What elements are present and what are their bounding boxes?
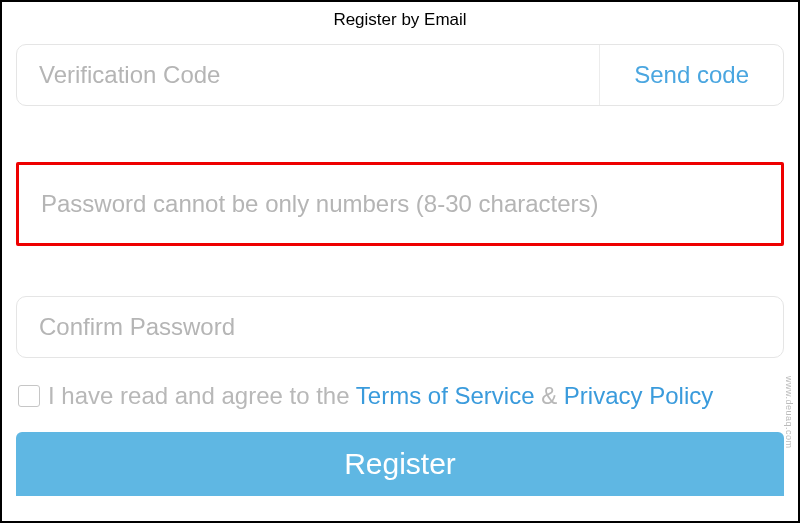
register-button[interactable]: Register (16, 432, 784, 496)
privacy-link[interactable]: Privacy Policy (564, 382, 713, 409)
page-title: Register by Email (2, 2, 798, 44)
watermark: www.deuaq.com (784, 376, 794, 449)
password-row (16, 162, 784, 246)
form-container: Send code I have read and agree to the T… (2, 44, 798, 496)
agree-row: I have read and agree to the Terms of Se… (16, 382, 784, 410)
agree-prefix: I have read and agree to the (48, 382, 356, 409)
verification-code-input[interactable] (17, 45, 599, 105)
confirm-password-input[interactable] (17, 297, 783, 357)
verification-row: Send code (16, 44, 784, 106)
agree-and: & (535, 382, 564, 409)
terms-link[interactable]: Terms of Service (356, 382, 535, 409)
agree-text: I have read and agree to the Terms of Se… (48, 382, 713, 410)
password-input[interactable] (19, 165, 781, 243)
send-code-button[interactable]: Send code (599, 45, 783, 105)
confirm-password-row (16, 296, 784, 358)
agree-checkbox[interactable] (18, 385, 40, 407)
